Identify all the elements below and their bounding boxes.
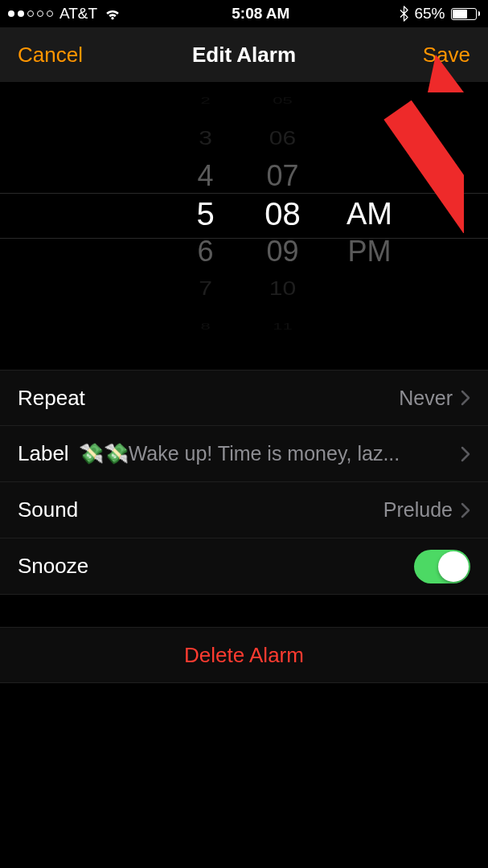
picker-item: 2 (187, 92, 224, 110)
picker-item-selected: 5 (187, 195, 224, 233)
picker-item: 10 (265, 274, 301, 304)
cancel-button[interactable]: Cancel (18, 43, 83, 68)
picker-item: PM (342, 232, 398, 270)
row-value: Never (95, 387, 453, 410)
row-label: Repeat (18, 386, 85, 411)
snooze-row: Snooze (0, 538, 488, 595)
nav-bar: Cancel Edit Alarm Save (0, 27, 488, 82)
chevron-right-icon (461, 502, 470, 518)
picker-item: 7 (187, 274, 224, 304)
battery-fill (453, 10, 468, 18)
snooze-switch[interactable] (414, 550, 470, 583)
chevron-right-icon (461, 390, 470, 406)
status-time: 5:08 AM (232, 5, 289, 23)
picker-item: 09 (265, 232, 301, 270)
picker-item: 07 (265, 158, 301, 195)
status-left: AT&T (8, 5, 121, 23)
time-picker[interactable]: 2 3 4 5 6 7 8 05 06 07 08 09 10 11 . . .… (0, 82, 488, 346)
picker-item: 8 (187, 317, 224, 336)
sound-row[interactable]: Sound Prelude (0, 482, 488, 538)
status-bar: AT&T 5:08 AM 65% (0, 0, 488, 27)
picker-item: 4 (187, 158, 224, 195)
chevron-right-icon (461, 446, 470, 462)
row-label: Sound (18, 497, 78, 522)
repeat-row[interactable]: Repeat Never (0, 370, 488, 426)
minute-wheel[interactable]: 05 06 07 08 09 10 11 (265, 82, 301, 346)
wifi-icon (104, 5, 121, 23)
picker-item-selected: AM (342, 195, 398, 233)
save-button[interactable]: Save (423, 43, 470, 68)
page-title: Edit Alarm (192, 43, 296, 68)
signal-strength-icon (8, 10, 53, 17)
hour-wheel[interactable]: 2 3 4 5 6 7 8 (187, 82, 224, 346)
ampm-wheel[interactable]: . . . AM PM . . (342, 82, 398, 346)
picker-item: 05 (265, 92, 301, 110)
delete-alarm-button[interactable]: Delete Alarm (0, 627, 488, 683)
row-value: 💸💸Wake up! Time is money, laz... (79, 442, 453, 465)
picker-item: 6 (187, 232, 224, 270)
picker-item: 3 (187, 124, 224, 154)
row-label: Label (18, 441, 69, 466)
picker-item-selected: 08 (265, 195, 301, 233)
battery-percent: 65% (414, 5, 445, 23)
picker-item: 11 (265, 317, 301, 336)
row-label: Snooze (18, 554, 88, 579)
picker-item: 06 (265, 124, 301, 154)
row-value: Prelude (88, 498, 453, 522)
status-right: 65% (400, 5, 480, 23)
alarm-settings-list: Repeat Never Label 💸💸Wake up! Time is mo… (0, 370, 488, 595)
carrier-label: AT&T (59, 5, 97, 23)
battery-icon (451, 8, 481, 20)
label-row[interactable]: Label 💸💸Wake up! Time is money, laz... (0, 426, 488, 482)
bluetooth-icon (400, 6, 408, 22)
